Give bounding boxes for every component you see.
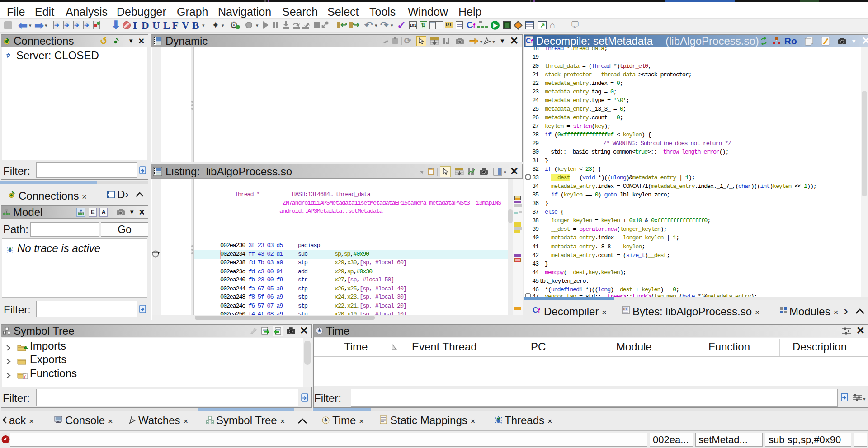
svg-text:01: 01 — [623, 308, 627, 311]
